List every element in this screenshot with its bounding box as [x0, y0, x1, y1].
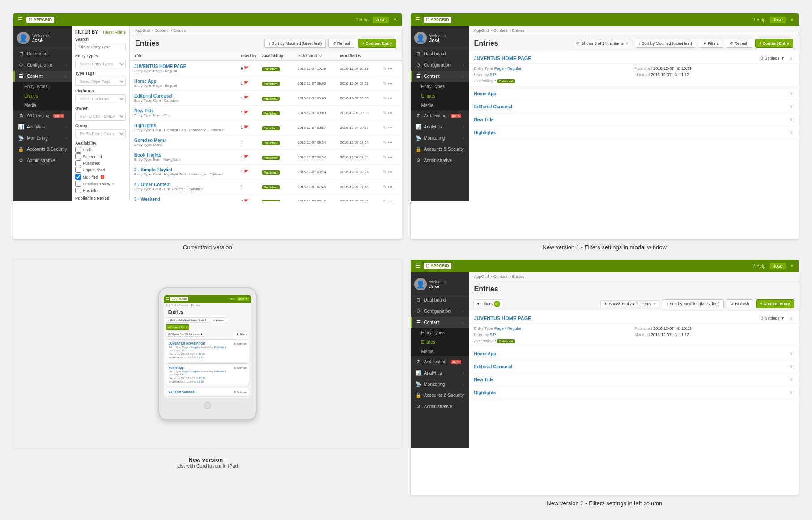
ipad-card-settings[interactable]: ⚙ Settings: [234, 390, 246, 393]
submenu-media[interactable]: Media: [13, 101, 72, 110]
submenu-media[interactable]: Media: [411, 101, 469, 110]
sidebar-item-admin[interactable]: ⚙ Administrative: [13, 155, 72, 166]
dots-icon[interactable]: •••: [388, 184, 393, 189]
settings-button4[interactable]: ⚙ Settings ▼: [760, 316, 785, 320]
collapsed-row-highlights[interactable]: Highlights ∨: [469, 126, 799, 139]
sidebar-item-monitoring[interactable]: 📡 Monitoring ›: [411, 379, 469, 390]
sidebar-item-monitoring[interactable]: 📡 Monitoring ›: [411, 132, 469, 144]
sidebar-item-dashboard[interactable]: ⊞ Dashboard: [13, 48, 72, 60]
ipad-card-settings[interactable]: ⚙ Settings: [234, 342, 246, 345]
sidebar-item-admin[interactable]: ⚙ Administrative: [411, 155, 469, 166]
collapsed-title[interactable]: Highlights: [474, 390, 496, 395]
ipad-card-title[interactable]: Editorial Carousel: [169, 390, 196, 393]
ipad-card-title[interactable]: JUVENTUS HOME PAGE: [169, 342, 205, 345]
expand-row-icon[interactable]: ∨: [789, 90, 793, 97]
user-dropdown-icon[interactable]: ▼: [790, 17, 794, 22]
edit-icon[interactable]: ✎: [383, 96, 387, 101]
entry-title[interactable]: Home App: [134, 79, 241, 84]
submenu-entries[interactable]: Entries: [411, 91, 469, 101]
sidebar-item-content[interactable]: ☰ Content ∧: [13, 71, 72, 82]
sidebar-item-dashboard[interactable]: ⊞ Dashboard: [411, 48, 469, 60]
submenu-entries[interactable]: Entries: [411, 337, 469, 347]
collapsed-title[interactable]: New Title: [474, 377, 494, 382]
ipad-card-title[interactable]: Home app: [169, 366, 184, 369]
submenu-media[interactable]: Media: [411, 347, 469, 356]
dots-icon[interactable]: •••: [388, 140, 393, 145]
sidebar-item-content[interactable]: ☰ Content ∧: [411, 317, 469, 328]
collapse-icon[interactable]: ∧: [789, 55, 793, 61]
collapsed-row-homeapp4[interactable]: Home App ∨: [469, 347, 799, 360]
refresh-button[interactable]: ↺ Refresh: [328, 39, 355, 48]
add-entry-button2[interactable]: + Content Entry: [755, 39, 793, 48]
type-tags-select[interactable]: Select Type Tags: [75, 77, 126, 86]
sidebar-item-abtesting[interactable]: ⚗ A/B Testing BETA: [411, 110, 469, 121]
collapsed-row-editorial[interactable]: Editorial Carousel ∨: [469, 100, 799, 113]
sidebar-item-admin[interactable]: ⚙ Administrative: [411, 401, 469, 412]
submenu-entries[interactable]: Entries: [13, 91, 72, 101]
settings-button[interactable]: ⚙ Settings ▼: [760, 56, 785, 60]
help-link[interactable]: ? Help: [356, 17, 369, 22]
edit-icon[interactable]: ✎: [383, 111, 387, 115]
sidebar-item-analytics[interactable]: 📊 Analytics ›: [411, 367, 469, 379]
entry-title[interactable]: Goredeo Menu: [134, 138, 241, 143]
collapsed-row-newtitle4[interactable]: New Title ∨: [469, 373, 799, 386]
sidebar-item-config[interactable]: ⚙ Configuration ›: [411, 306, 469, 317]
shows-dropdown-icon[interactable]: ▼: [653, 302, 657, 306]
expanded-entry-title[interactable]: JUVENTUS HOME PAGE: [474, 55, 531, 61]
entry-title[interactable]: 3 - Weekend: [134, 197, 241, 201]
collapsed-row-highlights4[interactable]: Highlights ∨: [469, 386, 799, 399]
entry-title[interactable]: 2 - Simple Playlist: [134, 167, 241, 172]
help-link[interactable]: ? Help: [752, 264, 765, 269]
hamburger-icon[interactable]: ☰: [415, 17, 420, 23]
sort-button[interactable]: ↕ Sort by Modified (latest first): [264, 39, 326, 48]
dots-icon[interactable]: •••: [388, 96, 393, 101]
sidebar-item-configuration[interactable]: ⚙ Configuration ›: [13, 60, 72, 71]
sidebar-item-accounts[interactable]: 🔒 Accounts & Security: [411, 144, 469, 155]
settings-dropdown-icon[interactable]: ▼: [781, 316, 785, 320]
dots-icon[interactable]: •••: [388, 155, 393, 160]
collapsed-title[interactable]: Home App: [474, 91, 497, 96]
collapsed-row-homeapp[interactable]: Home App ∨: [469, 87, 799, 100]
sidebar-item-abtesting[interactable]: ⚗ A/B Testing BETA: [411, 356, 469, 367]
modified-checkbox[interactable]: Modified !: [75, 174, 126, 180]
ipad-card-settings[interactable]: ⚙ Settings: [234, 366, 246, 369]
sidebar-item-accounts[interactable]: 🔒 Accounts & Security: [411, 390, 469, 401]
user-dropdown-icon[interactable]: ▼: [393, 17, 397, 22]
edit-icon[interactable]: ✎: [383, 125, 387, 130]
published-checkbox[interactable]: Published: [75, 160, 126, 166]
dots-icon[interactable]: •••: [388, 111, 393, 115]
edit-icon[interactable]: ✎: [383, 140, 387, 145]
owner-select[interactable]: GO - Demo - EMEA (sales 5): [75, 112, 126, 121]
ipad-sort-btn[interactable]: ↕ Sort by Modified (latest first) ▼: [166, 317, 209, 323]
pending-checkbox[interactable]: Pending review ●: [75, 181, 126, 187]
dots-icon[interactable]: •••: [388, 66, 393, 71]
filter-count-badge[interactable]: ▼ Filters ≡+: [473, 299, 503, 308]
edit-icon[interactable]: ✎: [383, 199, 387, 202]
edit-icon[interactable]: ✎: [383, 184, 387, 189]
expand-row-icon[interactable]: ∨: [789, 363, 793, 370]
ipad-add-btn[interactable]: + Content Entry: [166, 324, 189, 330]
collapsed-title[interactable]: Home App: [474, 351, 497, 356]
entry-title[interactable]: JUVENTUS HOME PAGE: [134, 64, 241, 69]
edit-icon[interactable]: ✎: [383, 66, 387, 71]
dots-icon[interactable]: •••: [388, 81, 393, 86]
edit-icon[interactable]: ✎: [383, 170, 387, 175]
sidebar-item-dashboard[interactable]: ⊞ Dashboard: [411, 294, 469, 306]
expand-row-icon[interactable]: ∨: [789, 129, 793, 136]
expand-row-icon[interactable]: ∨: [789, 350, 793, 357]
entry-title[interactable]: 4 - Other Content: [134, 182, 241, 187]
ipad-home-button[interactable]: [204, 402, 211, 409]
entry-title[interactable]: Highlights: [134, 123, 241, 128]
expand-row-icon[interactable]: ∨: [789, 103, 793, 110]
unpublished-checkbox[interactable]: Unpublished: [75, 167, 126, 173]
ipad-refresh-btn[interactable]: ↺ Refresh: [211, 317, 228, 323]
refresh-button2[interactable]: ↺ Refresh: [726, 39, 752, 48]
entry-title[interactable]: Editorial Carousel: [134, 94, 241, 98]
hastitle-checkbox[interactable]: Has title: [75, 188, 126, 193]
sidebar-item-accounts[interactable]: 🔒 Accounts & Security: [13, 144, 72, 155]
entry-types-select[interactable]: Select Entry Types: [75, 60, 126, 68]
sort-button4[interactable]: ↕ Sort by Modified (latest first): [663, 299, 724, 308]
reset-filters-link[interactable]: Reset Filters: [103, 30, 126, 34]
collapse-icon4[interactable]: ∧: [789, 315, 793, 321]
filters-button[interactable]: ▼ Filters: [699, 39, 723, 48]
